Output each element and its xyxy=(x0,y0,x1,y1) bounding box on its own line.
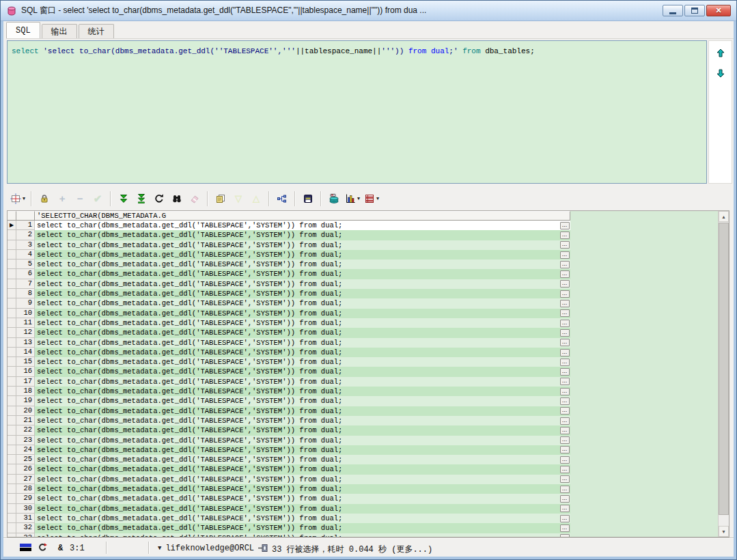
row-number-cell[interactable]: 29 xyxy=(16,494,35,503)
row-value-cell[interactable]: select to_char(dbms_metadata.get_ddl('TA… xyxy=(35,436,559,445)
row-number-cell[interactable]: 3 xyxy=(16,240,35,250)
table-row[interactable]: 6select to_char(dbms_metadata.get_ddl('T… xyxy=(8,269,718,279)
row-value-cell[interactable]: select to_char(dbms_metadata.get_ddl('TA… xyxy=(35,455,559,464)
table-row[interactable]: 11select to_char(dbms_metadata.get_ddl('… xyxy=(8,318,718,328)
row-value-cell[interactable]: select to_char(dbms_metadata.get_ddl('TA… xyxy=(35,514,559,523)
table-row[interactable]: 25select to_char(dbms_metadata.get_ddl('… xyxy=(8,455,718,464)
table-row[interactable]: 10select to_char(dbms_metadata.get_ddl('… xyxy=(8,309,718,318)
row-value-cell[interactable]: select to_char(dbms_metadata.get_ddl('TA… xyxy=(35,298,559,308)
cell-ellipsis-button[interactable]: ... xyxy=(560,290,570,298)
table-row[interactable]: 20select to_char(dbms_metadata.get_ddl('… xyxy=(8,406,718,416)
row-value-cell[interactable]: select to_char(dbms_metadata.get_ddl('TA… xyxy=(35,260,559,269)
row-number-cell[interactable]: 28 xyxy=(16,484,35,494)
table-row[interactable]: ▶1select to_char(dbms_metadata.get_ddl('… xyxy=(8,221,718,230)
previous-sql-button[interactable] xyxy=(712,46,729,61)
cell-ellipsis-button[interactable]: ... xyxy=(560,359,570,366)
table-row[interactable]: 16select to_char(dbms_metadata.get_ddl('… xyxy=(8,367,718,376)
row-number-cell[interactable]: 8 xyxy=(16,289,35,298)
table-row[interactable]: 22select to_char(dbms_metadata.get_ddl('… xyxy=(8,425,718,435)
table-row[interactable]: 13select to_char(dbms_metadata.get_ddl('… xyxy=(8,338,718,348)
cell-ellipsis-button[interactable]: ... xyxy=(560,407,570,415)
row-number-cell[interactable]: 1 xyxy=(16,221,35,230)
row-value-cell[interactable]: select to_char(dbms_metadata.get_ddl('TA… xyxy=(35,533,559,537)
cell-ellipsis-button[interactable]: ... xyxy=(560,232,570,239)
cell-ellipsis-button[interactable]: ... xyxy=(560,309,570,317)
row-number-cell[interactable]: 31 xyxy=(16,514,35,523)
grid-header-column[interactable]: 'SELECTTO_CHAR(DBMS_METADATA.G xyxy=(35,211,570,221)
cell-ellipsis-button[interactable]: ... xyxy=(560,436,570,444)
table-row[interactable]: 18select to_char(dbms_metadata.get_ddl('… xyxy=(8,387,718,396)
table-row[interactable]: 26select to_char(dbms_metadata.get_ddl('… xyxy=(8,464,718,474)
fetch-next-page-button[interactable] xyxy=(115,190,133,208)
cell-ellipsis-button[interactable]: ... xyxy=(560,241,570,249)
table-row[interactable]: 3select to_char(dbms_metadata.get_ddl('T… xyxy=(8,240,718,250)
row-value-cell[interactable]: select to_char(dbms_metadata.get_ddl('TA… xyxy=(35,250,559,260)
cell-ellipsis-button[interactable]: ... xyxy=(560,270,570,278)
row-number-cell[interactable]: 17 xyxy=(16,377,35,387)
row-number-cell[interactable]: 7 xyxy=(16,279,35,289)
row-value-cell[interactable]: select to_char(dbms_metadata.get_ddl('TA… xyxy=(35,494,559,503)
cell-ellipsis-button[interactable]: ... xyxy=(560,320,570,327)
cell-ellipsis-button[interactable]: ... xyxy=(560,524,570,532)
cell-ellipsis-button[interactable]: ... xyxy=(560,339,570,346)
grid-header-indicator-cell[interactable] xyxy=(8,211,16,221)
export-grid-button[interactable]: ▾ xyxy=(362,190,381,208)
cell-ellipsis-button[interactable]: ... xyxy=(560,427,570,434)
table-row[interactable]: 30select to_char(dbms_metadata.get_ddl('… xyxy=(8,504,718,514)
cell-ellipsis-button[interactable]: ... xyxy=(560,515,570,522)
close-button[interactable]: ✕ xyxy=(706,5,731,16)
row-value-cell[interactable]: select to_char(dbms_metadata.get_ddl('TA… xyxy=(35,387,559,396)
row-number-cell[interactable]: 2 xyxy=(16,230,35,240)
sql-editor[interactable]: select 'select to_char(dbms_metadata.get… xyxy=(7,40,707,184)
table-row[interactable]: 32select to_char(dbms_metadata.get_ddl('… xyxy=(8,523,718,533)
cell-ellipsis-button[interactable]: ... xyxy=(560,397,570,405)
row-value-cell[interactable]: select to_char(dbms_metadata.get_ddl('TA… xyxy=(35,240,559,250)
query-structure-button[interactable] xyxy=(273,190,291,208)
cell-ellipsis-button[interactable]: ... xyxy=(560,251,570,259)
cell-ellipsis-button[interactable]: ... xyxy=(560,300,570,307)
row-number-cell[interactable]: 12 xyxy=(16,328,35,337)
row-value-cell[interactable]: select to_char(dbms_metadata.get_ddl('TA… xyxy=(35,269,559,279)
table-row[interactable]: 27select to_char(dbms_metadata.get_ddl('… xyxy=(8,475,718,484)
row-value-cell[interactable]: select to_char(dbms_metadata.get_ddl('TA… xyxy=(35,328,559,337)
row-value-cell[interactable]: select to_char(dbms_metadata.get_ddl('TA… xyxy=(35,289,559,298)
row-value-cell[interactable]: select to_char(dbms_metadata.get_ddl('TA… xyxy=(35,318,559,328)
export-data-button[interactable] xyxy=(325,190,343,208)
row-value-cell[interactable]: select to_char(dbms_metadata.get_ddl('TA… xyxy=(35,523,559,533)
cell-ellipsis-button[interactable]: ... xyxy=(560,486,570,493)
connection-selector[interactable]: ▼ lifeknowledge@ORCL xyxy=(158,544,254,553)
table-row[interactable]: 12select to_char(dbms_metadata.get_ddl('… xyxy=(8,328,718,337)
row-value-cell[interactable]: select to_char(dbms_metadata.get_ddl('TA… xyxy=(35,221,559,230)
row-value-cell[interactable]: select to_char(dbms_metadata.get_ddl('TA… xyxy=(35,367,559,376)
row-value-cell[interactable]: select to_char(dbms_metadata.get_ddl('TA… xyxy=(35,464,559,474)
cell-ellipsis-button[interactable]: ... xyxy=(560,475,570,483)
table-row[interactable]: 14select to_char(dbms_metadata.get_ddl('… xyxy=(8,348,718,357)
row-number-cell[interactable]: 24 xyxy=(16,445,35,455)
row-value-cell[interactable]: select to_char(dbms_metadata.get_ddl('TA… xyxy=(35,396,559,406)
row-value-cell[interactable]: select to_char(dbms_metadata.get_ddl('TA… xyxy=(35,484,559,494)
row-number-cell[interactable]: 30 xyxy=(16,504,35,514)
row-value-cell[interactable]: select to_char(dbms_metadata.get_ddl('TA… xyxy=(35,425,559,435)
row-value-cell[interactable]: select to_char(dbms_metadata.get_ddl('TA… xyxy=(35,348,559,357)
table-row[interactable]: 24select to_char(dbms_metadata.get_ddl('… xyxy=(8,445,718,455)
table-row[interactable]: 19select to_char(dbms_metadata.get_ddl('… xyxy=(8,396,718,406)
cell-ellipsis-button[interactable]: ... xyxy=(560,280,570,288)
table-row[interactable]: 21select to_char(dbms_metadata.get_ddl('… xyxy=(8,416,718,425)
cell-ellipsis-button[interactable]: ... xyxy=(560,349,570,356)
tab-output[interactable]: 输出 xyxy=(42,24,77,38)
table-row[interactable]: 29select to_char(dbms_metadata.get_ddl('… xyxy=(8,494,718,503)
cell-ellipsis-button[interactable]: ... xyxy=(560,417,570,425)
row-value-cell[interactable]: select to_char(dbms_metadata.get_ddl('TA… xyxy=(35,416,559,425)
cell-ellipsis-button[interactable]: ... xyxy=(560,495,570,503)
row-number-cell[interactable]: 14 xyxy=(16,348,35,357)
table-row[interactable]: 17select to_char(dbms_metadata.get_ddl('… xyxy=(8,377,718,387)
row-number-cell[interactable]: 22 xyxy=(16,425,35,435)
cell-ellipsis-button[interactable]: ... xyxy=(560,456,570,464)
restore-button[interactable] xyxy=(684,5,705,16)
cell-ellipsis-button[interactable]: ... xyxy=(560,261,570,268)
cell-ellipsis-button[interactable]: ... xyxy=(560,466,570,473)
cell-ellipsis-button[interactable]: ... xyxy=(560,329,570,337)
row-number-cell[interactable]: 32 xyxy=(16,523,35,533)
chart-button[interactable]: ▾ xyxy=(343,190,362,208)
row-number-cell[interactable]: 25 xyxy=(16,455,35,464)
